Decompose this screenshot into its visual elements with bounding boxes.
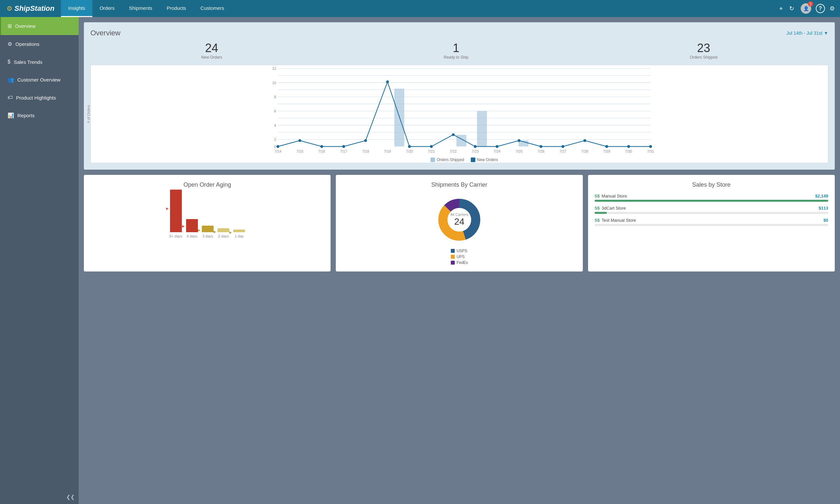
store-bar-track-manual xyxy=(595,200,828,202)
dot-722 xyxy=(452,133,455,136)
legend-usps: USPS xyxy=(451,249,468,253)
dot-714 xyxy=(276,145,280,148)
xlabel-722: 7/22 xyxy=(450,149,457,153)
logo-text: ShipStation xyxy=(14,4,54,13)
dot-721 xyxy=(430,145,433,148)
store-bar-fill-manual xyxy=(595,200,828,202)
sidebar-item-overview[interactable]: ⊞ Overview xyxy=(0,17,78,35)
stat-ready-to-ship: 1 Ready to Ship xyxy=(444,41,468,59)
store-amount-test-manual: $0 xyxy=(824,218,828,223)
sidebar: ⊞ Overview ⚙ Operations $ Sales Trends 👥… xyxy=(0,17,78,504)
orders-shipped-number: 23 xyxy=(690,41,717,55)
aging-bar-3days: ▶ 3 days xyxy=(202,226,214,238)
help-button[interactable]: ? xyxy=(816,4,825,13)
top-navigation: ⚙ ShipStation Insights Orders Shipments … xyxy=(0,0,840,17)
open-order-aging-panel: Open Order Aging ▶ 5+ days xyxy=(84,175,330,271)
overview-chart: # of Orders 12 10 xyxy=(90,65,828,163)
xlabel-718: 7/18 xyxy=(362,149,369,153)
legend-color-usps xyxy=(451,249,455,253)
date-range-selector[interactable]: Jul 14th - Jul 31st ▼ xyxy=(786,31,828,36)
sidebar-item-customer-overview-label: Customer Overview xyxy=(17,77,60,83)
customer-overview-icon: 👥 xyxy=(7,77,14,83)
dot-731 xyxy=(649,145,652,148)
dot-729 xyxy=(605,145,608,148)
svg-text:10: 10 xyxy=(272,81,276,85)
sidebar-item-product-highlights[interactable]: 🏷 Product Highlights xyxy=(0,89,78,106)
orders-shipped-label: Orders Shipped xyxy=(690,55,717,59)
donut-center-number: 24 xyxy=(450,216,468,227)
logo-icon: ⚙ xyxy=(6,4,13,13)
xlabel-715: 7/15 xyxy=(297,149,303,153)
nav-tab-products[interactable]: Products xyxy=(160,0,193,17)
aging-bar-fill-5plus: ▶ xyxy=(170,190,182,232)
chart-legend: Orders Shipped New Orders xyxy=(104,155,825,165)
sidebar-item-overview-label: Overview xyxy=(15,23,36,29)
xlabel-723: 7/23 xyxy=(472,149,479,153)
store-icon-manual: S$ xyxy=(595,194,600,198)
xlabel-716: 7/16 xyxy=(319,149,325,153)
new-orders-number: 24 xyxy=(201,41,222,55)
sidebar-item-sales-trends[interactable]: $ Sales Trends xyxy=(0,53,78,71)
xlabel-724: 7/24 xyxy=(494,149,501,153)
legend-label-fedex: FedEx xyxy=(457,260,468,265)
store-row-test-manual: S$ Test Manual Store $0 xyxy=(595,218,828,223)
reports-icon: 📊 xyxy=(7,112,14,119)
calculator-button[interactable]: ⌖ xyxy=(778,3,785,14)
store-bar-track-test-manual xyxy=(595,224,828,226)
aging-bar-fill-2days: ▶ xyxy=(217,228,229,232)
dot-723 xyxy=(474,145,477,148)
donut-container: All Carriers 24 USPS UPS xyxy=(342,194,576,265)
notification-badge: 2 xyxy=(808,1,813,6)
sidebar-item-reports-label: Reports xyxy=(17,113,35,118)
xlabel-717: 7/17 xyxy=(340,149,347,153)
y-axis-label: # of Orders xyxy=(87,105,90,123)
nav-tab-orders[interactable]: Orders xyxy=(92,0,122,17)
aging-label-2days: 2 days xyxy=(218,234,229,238)
xlabel-730: 7/30 xyxy=(625,149,632,153)
svg-text:0: 0 xyxy=(274,145,276,149)
aging-arrow-2days: ▶ xyxy=(214,230,216,234)
nav-right: ⌖ ↻ 👤 2 ? ⚙ xyxy=(778,1,837,16)
legend-color-shipped xyxy=(430,158,435,162)
ready-to-ship-number: 1 xyxy=(444,41,468,55)
refresh-button[interactable]: ↻ xyxy=(787,3,796,14)
sidebar-item-customer-overview[interactable]: 👥 Customer Overview xyxy=(0,71,78,89)
sidebar-collapse-button[interactable]: ❮❮ xyxy=(0,490,78,504)
logo[interactable]: ⚙ ShipStation xyxy=(3,4,58,13)
dot-727 xyxy=(561,145,565,148)
nav-tab-customers[interactable]: Customers xyxy=(193,0,232,17)
xlabel-719: 7/19 xyxy=(384,149,391,153)
bottom-section: Open Order Aging ▶ 5+ days xyxy=(84,175,835,271)
aging-arrow-3days: ▶ xyxy=(198,228,200,232)
legend-fedex: FedEx xyxy=(451,260,468,265)
store-amount-manual: $2,149 xyxy=(815,194,828,198)
aging-bar-5plus: ▶ 5+ days xyxy=(169,190,182,238)
dot-719 xyxy=(386,80,389,84)
settings-button[interactable]: ⚙ xyxy=(827,3,837,14)
xlabel-729: 7/29 xyxy=(603,149,610,153)
new-orders-label: New Orders xyxy=(201,55,222,59)
donut-center-text: All Carriers xyxy=(450,213,468,216)
xlabel-720: 7/20 xyxy=(406,149,413,153)
sidebar-item-product-highlights-label: Product Highlights xyxy=(16,95,56,101)
svg-text:8: 8 xyxy=(274,95,276,99)
overview-panel: Overview Jul 14th - Jul 31st ▼ 24 New Or… xyxy=(84,22,835,169)
donut-chart: All Carriers 24 xyxy=(433,194,485,246)
dot-726 xyxy=(540,145,542,148)
sales-by-store-panel: Sales by Store S$ Manual Store $2,149 xyxy=(588,175,835,271)
xlabel-726: 7/26 xyxy=(538,149,544,153)
sidebar-item-operations[interactable]: ⚙ Operations xyxy=(0,35,78,53)
nav-tab-insights[interactable]: Insights xyxy=(61,0,92,17)
stat-orders-shipped: 23 Orders Shipped xyxy=(690,41,717,59)
store-bar-track-3dcart xyxy=(595,212,828,214)
avatar-button[interactable]: 👤 2 xyxy=(799,1,813,16)
store-name-group-manual: S$ Manual Store xyxy=(595,194,627,198)
store-icon-test-manual: S$ xyxy=(595,218,600,223)
xlabel-714: 7/14 xyxy=(274,149,282,153)
dot-717 xyxy=(342,145,345,148)
aging-bar-fill-3days: ▶ xyxy=(202,226,214,232)
nav-tab-shipments[interactable]: Shipments xyxy=(122,0,160,17)
sidebar-item-reports[interactable]: 📊 Reports xyxy=(0,106,78,124)
store-name-group-test-manual: S$ Test Manual Store xyxy=(595,218,636,223)
date-range-text: Jul 14th - Jul 31st xyxy=(786,31,822,36)
